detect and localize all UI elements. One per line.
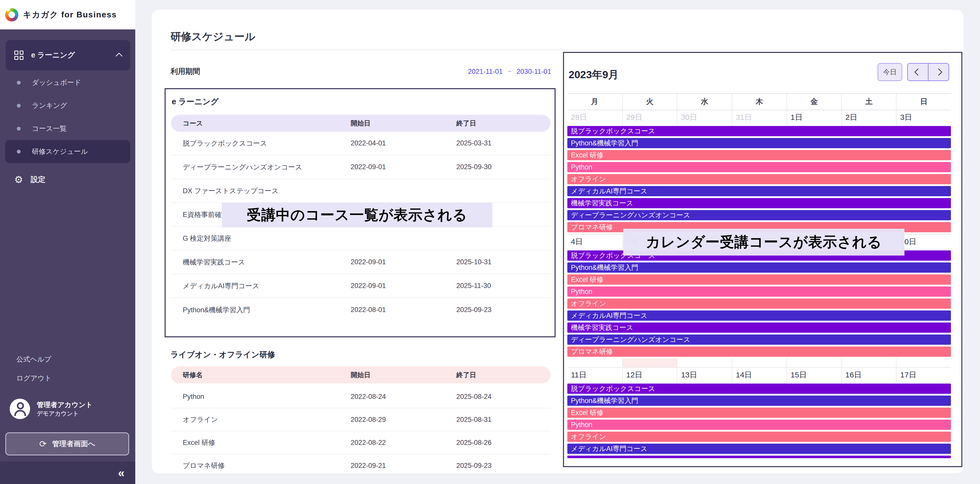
- weekday-label: 水: [677, 94, 732, 110]
- calendar-event[interactable]: Excel 研修: [567, 275, 951, 285]
- collapse-sidebar-icon[interactable]: «: [118, 467, 124, 479]
- calendar-date[interactable]: 11日: [567, 368, 622, 383]
- column-header: 開始日: [351, 119, 456, 128]
- table-row: Python 2022-08-24 2025-08-24: [171, 385, 550, 408]
- today-button[interactable]: 今日: [878, 63, 902, 81]
- calendar-event[interactable]: 機械学習実践コース: [567, 323, 951, 333]
- start-date: 2022-04-01: [351, 139, 456, 147]
- end-date: 2025-11-30: [456, 282, 550, 290]
- calendar-date[interactable]: 14日: [732, 368, 787, 383]
- help-link[interactable]: 公式ヘルプ: [16, 355, 51, 364]
- sidebar-item-ranking[interactable]: ランキング: [5, 94, 130, 117]
- calendar-event[interactable]: Excel 研修: [567, 407, 951, 418]
- page-title: 研修スケジュール: [170, 30, 256, 44]
- calendar-event[interactable]: 脱ブラックボックスコース: [567, 383, 951, 394]
- calendar-event[interactable]: メディカルAI専門コース: [567, 186, 951, 196]
- calendar-event[interactable]: Python&機械学習入門: [567, 396, 951, 406]
- calendar-week: 11日 12日 13日 14日 15日 16日 17日 脱ブラックボックスコース…: [567, 367, 951, 458]
- calendar-event[interactable]: 脱ブラックボックスコース: [567, 126, 951, 136]
- calendar-event[interactable]: Python: [567, 420, 951, 430]
- bullet-icon: [17, 81, 21, 85]
- sidebar-item-label: 設定: [30, 174, 45, 185]
- prev-month-button[interactable]: [908, 64, 928, 80]
- sidebar-item-settings[interactable]: ⚙ 設定: [5, 168, 130, 191]
- column-header: 終了日: [456, 371, 550, 380]
- weekday-header-row: 月 火 水 木 金 土 日: [567, 93, 951, 110]
- calendar-event[interactable]: Python&機械学習入門: [567, 262, 951, 273]
- calendar-date[interactable]: 2日: [842, 110, 896, 126]
- calendar-event[interactable]: Python: [567, 162, 951, 172]
- start-date: 2022-08-29: [351, 416, 456, 424]
- calendar-event[interactable]: ディープラーニングハンズオンコース: [567, 210, 951, 220]
- calendar-event[interactable]: Python&機械学習入門: [567, 138, 951, 148]
- start-date: 2022-09-01: [351, 163, 456, 171]
- sidebar-item-training-schedule[interactable]: 研修スケジュール: [5, 140, 130, 163]
- calendar-event[interactable]: オフライン: [567, 174, 951, 184]
- chevron-right-icon: [935, 69, 942, 76]
- avatar: [10, 399, 30, 419]
- chevron-up-icon: [116, 53, 123, 59]
- calendar-event[interactable]: ディープラーニングハンズオンコース: [567, 334, 951, 345]
- account-info[interactable]: 管理者アカウント デモアカウント: [10, 399, 93, 419]
- next-month-button[interactable]: [928, 64, 948, 80]
- calendar-date[interactable]: 4日: [567, 235, 622, 251]
- usage-end-date[interactable]: 2030-11-01: [517, 68, 551, 76]
- column-header: 研修名: [183, 371, 351, 380]
- calendar-date[interactable]: 12日: [622, 368, 677, 383]
- training-name: プロマネ研修: [183, 461, 351, 470]
- grid-icon: [14, 51, 24, 60]
- calendar-event[interactable]: メディカルAI専門コース: [567, 310, 951, 321]
- live-table-body: Python 2022-08-24 2025-08-24 オフライン 2022-…: [171, 385, 550, 473]
- calendar-date[interactable]: 29日: [622, 110, 677, 126]
- date-row: 28日 29日 30日 31日 1日 2日 3日: [567, 110, 951, 126]
- end-date: 2025-03-31: [456, 139, 550, 147]
- calendar-date[interactable]: 3日: [896, 110, 951, 126]
- logo[interactable]: キカガク for Business: [0, 0, 135, 29]
- table-row: G 検定対策講座: [171, 227, 550, 251]
- sidebar-item-course-list[interactable]: コース一覧: [5, 117, 130, 140]
- course-name: Python&機械学習入門: [183, 305, 351, 315]
- end-date: 2025-08-26: [456, 439, 550, 447]
- logout-link[interactable]: ログアウト: [16, 374, 52, 383]
- calendar-date[interactable]: 1日: [787, 110, 842, 126]
- course-name: G 検定対策講座: [183, 234, 351, 243]
- live-section-title: ライブオン・オフライン研修: [170, 349, 275, 360]
- column-header: 終了日: [456, 119, 550, 128]
- calendar-grid: 月 火 水 木 金 土 日 28日 29日 30日 31日 1日: [567, 93, 951, 458]
- calendar-event[interactable]: オフライン: [567, 299, 951, 309]
- course-name: メディカルAI専門コース: [183, 281, 351, 291]
- calendar-date[interactable]: 17日: [896, 368, 951, 383]
- sidebar: キカガク for Business e ラーニング ダッシュボード ランキング …: [0, 0, 135, 484]
- weekday-label: 木: [732, 94, 787, 110]
- calendar-event[interactable]: Python: [567, 286, 951, 297]
- calendar-date[interactable]: 16日: [842, 368, 896, 383]
- calendar-event[interactable]: 機械学習実践コース: [567, 198, 951, 208]
- admin-screen-button-label: 管理者画面へ: [52, 439, 95, 449]
- calendar-event[interactable]: メディカルAI専門コース: [567, 444, 951, 454]
- calendar-date[interactable]: 13日: [677, 368, 732, 383]
- calendar-date[interactable]: 15日: [787, 368, 842, 383]
- table-row: プロマネ研修 2022-09-21 2025-09-23: [171, 454, 550, 473]
- calendar-event-partial[interactable]: [567, 456, 951, 458]
- weekday-label: 日: [896, 94, 951, 110]
- app-root: キカガク for Business e ラーニング ダッシュボード ランキング …: [0, 0, 980, 484]
- main-content: 研修スケジュール 利用期間 2021-11-01 ~ 2030-11-01 e …: [152, 10, 963, 473]
- end-date: 2025-08-31: [456, 416, 550, 424]
- start-date: 2022-08-24: [351, 393, 456, 401]
- calendar-event[interactable]: Excel 研修: [567, 150, 951, 160]
- calendar-date[interactable]: 31日: [732, 110, 787, 126]
- bullet-icon: [17, 150, 21, 153]
- sidebar-item-elearning[interactable]: e ラーニング: [6, 40, 130, 70]
- calendar-event[interactable]: プロマネ研修: [567, 347, 951, 357]
- weekday-label: 月: [567, 94, 622, 110]
- sidebar-item-label: コース一覧: [32, 124, 67, 133]
- table-row: DX ファーストステップコース: [171, 179, 550, 203]
- weekday-label: 火: [622, 94, 677, 110]
- sidebar-item-dashboard[interactable]: ダッシュボード: [5, 71, 130, 94]
- calendar-event[interactable]: オフライン: [567, 431, 951, 442]
- admin-screen-button[interactable]: ⟳ 管理者画面へ: [5, 432, 129, 455]
- calendar-date[interactable]: 28日: [567, 110, 622, 126]
- calendar-date[interactable]: 30日: [677, 110, 732, 126]
- usage-start-date[interactable]: 2021-11-01: [468, 68, 503, 76]
- training-name: オフライン: [183, 415, 351, 424]
